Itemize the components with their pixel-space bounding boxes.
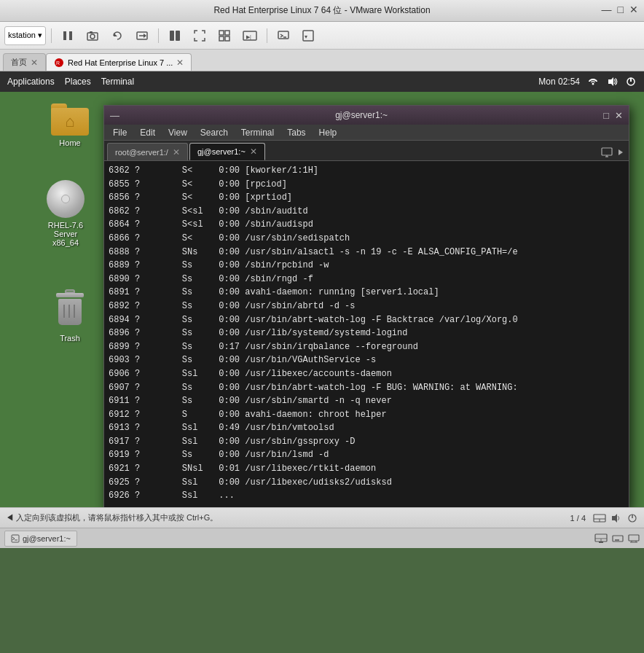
taskbar-item-terminal[interactable]: gj@server1:~ [4,531,77,547]
terminal-maximize[interactable]: □ [603,110,609,121]
terminal-line: 6889 ? Ss 0:00 /sbin/rpcbind -w [109,259,624,273]
toolbar-sep-3 [267,28,267,43]
revert-icon [111,29,124,42]
svg-text:R: R [56,60,60,66]
dvd-icon [47,180,85,218]
terminal-title: gj@server1:~ [119,110,603,120]
svg-rect-10 [176,31,180,41]
svg-marker-24 [608,77,613,86]
terminal-close[interactable]: ✕ [615,110,623,121]
toolbar-sep-1 [51,28,52,43]
terminal-line: 6888 ? SNs 0:00 /usr/sbin/alsactl -s -n … [109,246,624,259]
revert-button[interactable] [106,26,128,46]
terminal-line: 6896 ? Ss 0:00 /usr/lib/systemd/systemd-… [109,326,624,340]
menu-help[interactable]: Help [313,125,343,140]
menu-view[interactable]: View [162,125,193,140]
svg-marker-30 [619,149,623,155]
svg-marker-8 [144,34,146,38]
console-button[interactable] [272,26,294,46]
tab-rhel-close[interactable]: ✕ [176,58,184,68]
svg-point-23 [592,83,594,85]
statusbar-message: ◀ 入定向到该虚拟机，请将鼠标指针移入其中或按 Ctrl+G。 [6,512,218,523]
terminal-tab-root[interactable]: root@server1:/ ✕ [107,143,188,160]
taskbar-right [594,533,640,544]
vm-dropdown[interactable]: kstation ▾ [4,26,46,45]
terminal-line: 6917 ? Ssl 0:00 /usr/sbin/gssproxy -D [109,435,624,449]
console-icon [277,29,290,42]
trash-body [58,299,82,325]
vmware-toolbar: kstation ▾ [0,22,644,50]
fullscreen-button[interactable] [189,26,211,46]
desktop-icon-home[interactable]: ⌂ Home [41,101,99,150]
taskbar-terminal-label: gj@server1:~ [23,534,71,543]
home-icon-label: Home [59,138,80,147]
unity-icon [218,29,231,42]
terminal-titlebar-left-controls: — [110,110,119,121]
pause-button[interactable] [57,26,79,46]
close-button[interactable]: ✕ [629,4,638,15]
gnome-applications[interactable]: Applications [7,77,55,87]
menu-tabs[interactable]: Tabs [281,125,311,140]
minimize-button[interactable]: — [602,4,612,15]
desktop-icon-trash[interactable]: Trash [41,290,99,345]
maximize-button[interactable]: □ [618,4,624,15]
terminal-line: 6862 ? S<sl 0:00 /sbin/auditd [109,205,624,219]
taskbar-vm-icon [628,533,640,544]
zoom-button[interactable]: ▾ [297,26,321,46]
volume-icon [606,76,618,87]
terminal-tab-gj-close[interactable]: ✕ [250,146,257,157]
power-status-icon [627,512,638,524]
send-ctrl-alt-del-button[interactable] [131,26,153,46]
svg-rect-1 [69,31,72,40]
gnome-places[interactable]: Places [65,77,91,87]
menu-file[interactable]: File [107,125,133,140]
terminal-tab-arrow-icon [616,146,626,158]
terminal-line: 6894 ? Ss 0:00 /usr/bin/abrt-watch-log -… [109,313,624,327]
pause-icon [61,29,74,42]
unity-button[interactable] [213,26,235,46]
trash-icon-label: Trash [60,334,80,343]
rhel-tab-icon: R [54,58,64,68]
terminal-content[interactable]: 6362 ? S< 0:00 [kworker/1:1H]6855 ? S< 0… [104,161,629,507]
taskbar-keyboard-icon [612,533,624,544]
terminal-line: 6855 ? S< 0:00 [rpciod] [109,178,624,192]
desktop-icon-dvd[interactable]: RHEL-7.6 Server x86_64 [36,177,95,250]
terminal-minimize[interactable]: — [110,110,119,121]
taskbar-network-icon [594,533,608,544]
tab-rhel[interactable]: R Red Hat Enterprise Linux 7 ... ✕ [46,53,192,71]
snapshot-icon [86,29,99,42]
terminal-line: 6925 ? Ssl 0:00 /usr/libexec/udisks2/udi… [109,476,624,490]
svg-rect-0 [63,31,66,40]
tab-home-close[interactable]: ✕ [31,58,38,68]
vmware-statusbar: ◀ 入定向到该虚拟机，请将鼠标指针移入其中或按 Ctrl+G。 1 / 4 [0,507,644,528]
svg-rect-12 [225,31,229,35]
page-indicator: 1 / 4 [570,514,586,523]
terminal-line: 6362 ? S< 0:00 [kworker/1:1H] [109,164,624,178]
view-button[interactable] [164,26,186,46]
menu-terminal[interactable]: Terminal [235,125,280,140]
terminal-tab-root-label: root@server1:/ [115,148,168,157]
terminal-menubar: File Edit View Search Terminal Tabs Help [104,125,629,141]
desktop: Applications Places Terminal Mon 02:54 [0,71,644,507]
trash-icon-wrapper [51,293,89,331]
terminal-tab-gj[interactable]: gj@server1:~ ✕ [189,143,265,160]
gnome-terminal-menu[interactable]: Terminal [101,77,134,87]
gnome-topbar-right: Mon 02:54 [538,76,637,87]
terminal-line: 6890 ? Ss 0:00 /sbin/rngd -f [109,273,624,286]
svg-rect-9 [170,31,174,41]
svg-rect-42 [599,541,603,543]
power-icon[interactable] [625,76,637,87]
terminal-line: 6903 ? Ss 0:00 /usr/bin/VGAuthService -s [109,353,624,367]
terminal-line: 6912 ? S 0:00 avahi-daemon: chroot helpe… [109,408,624,422]
svg-rect-37 [12,535,19,542]
terminal-titlebar-right-controls: □ ✕ [603,110,623,121]
terminal-tab-root-close[interactable]: ✕ [173,147,180,157]
menu-search[interactable]: Search [195,125,234,140]
stretch-button[interactable]: ▶| [238,26,262,46]
terminal-line: 6864 ? S<sl 0:00 /sbin/audispd [109,218,624,232]
terminal-line: 6866 ? S< 0:00 /usr/sbin/sedispatch [109,232,624,246]
fullscreen-icon [193,29,206,42]
menu-edit[interactable]: Edit [134,125,161,140]
tab-home[interactable]: 首页 ✕ [3,53,46,71]
snapshot-button[interactable] [82,26,103,46]
